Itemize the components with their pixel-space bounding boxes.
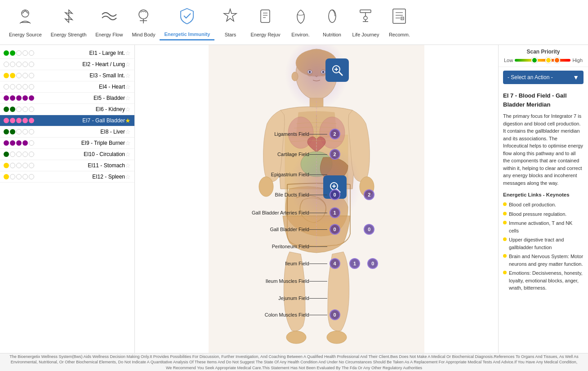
energy-source-icon: [15, 6, 35, 30]
sidebar-item-ei10[interactable]: EI10 - Circulation ☆: [0, 149, 134, 160]
nav-energy-rejuv[interactable]: Energy Rejuv: [246, 4, 285, 40]
dot: [22, 118, 28, 123]
keynote-text: Immune activation, T and NK cells: [509, 219, 584, 234]
field-label-bile-ducts: Bile Ducts Field: [275, 192, 309, 197]
nav-mind-body[interactable]: Mind Body: [127, 4, 160, 40]
dot: [4, 129, 9, 134]
keynote-bullet: [503, 254, 507, 258]
sidebar-label-ei12: EI12 - Spleen: [92, 174, 125, 180]
dot: [29, 163, 34, 168]
priority-slider: Low High: [504, 58, 583, 63]
keynote-bullet: [503, 237, 507, 241]
keynote-item: Blood pressure regulation.: [503, 210, 584, 218]
sidebar-item-ei9[interactable]: EI9 - Triple Burner ☆: [0, 138, 134, 149]
priority-high-label: High: [572, 58, 583, 63]
field-bubble-gb-arteries: 1: [330, 207, 340, 218]
action-select-label: - Select an Action -: [508, 74, 553, 80]
magnify-btn-top[interactable]: [325, 58, 349, 82]
main-container: EI1 - Large Int. ☆ EI2 - Heart / Lung ☆: [0, 45, 588, 353]
nav-nutrition[interactable]: Nutrition: [316, 4, 348, 40]
dot: [10, 163, 15, 168]
dots-area-ei9: [4, 140, 80, 146]
field-line-peritoneum: [309, 246, 327, 247]
sidebar-item-ei7[interactable]: EI7 - Gall Bladder ★: [0, 115, 134, 126]
keynote-text: Blood pressure regulation.: [509, 210, 566, 218]
dot: [10, 107, 15, 112]
left-sidebar: EI1 - Large Int. ☆ EI2 - Heart / Lung ☆: [0, 45, 135, 353]
top-navigation: Energy Source Energy Strength Energy Flo…: [0, 0, 588, 45]
field-line-ligaments: [309, 134, 327, 134]
star-icon-ei3: ☆: [125, 72, 131, 79]
footer: The Bioenergetix Wellness System(Bws) Ai…: [0, 353, 588, 371]
nav-energy-source-label: Energy Source: [9, 32, 42, 38]
nav-energy-strength[interactable]: Energy Strength: [46, 4, 91, 40]
field-label-gallbladder: Gall Bladder Field: [270, 227, 309, 232]
keynote-text: Upper digestive tract and gallbladder fu…: [509, 236, 584, 251]
dot: [22, 129, 28, 134]
nav-life-journey[interactable]: Life Journey: [348, 4, 384, 40]
dot: [10, 62, 15, 67]
nav-recomm[interactable]: Recomm.: [383, 4, 415, 40]
dot: [16, 174, 22, 179]
action-select-dropdown[interactable]: - Select an Action - ▼: [503, 71, 584, 84]
star-icon-ei5: ☆: [125, 94, 131, 102]
nav-environ-label: Environ.: [291, 32, 309, 38]
sidebar-item-ei5[interactable]: EI5 - Bladder ☆: [0, 93, 134, 104]
dot: [10, 50, 15, 56]
svg-rect-18: [393, 9, 405, 23]
center-area: .field-row { position: absolute; display…: [135, 45, 498, 353]
environ-icon: [291, 6, 311, 30]
dot: [29, 95, 34, 101]
sidebar-item-ei11[interactable]: EI11 - Stomach ☆: [0, 160, 134, 171]
field-line-ileum: [309, 264, 327, 264]
dot: [10, 140, 15, 146]
dot: [22, 95, 28, 101]
keynote-text: Blood cell production.: [509, 201, 556, 209]
dots-area-ei7: [4, 118, 80, 123]
sidebar-label-ei4: EI4 - Heart: [99, 84, 125, 90]
field-label-cartilage: Cartilage Field: [277, 152, 309, 157]
dot: [29, 152, 34, 157]
nav-energy-strength-label: Energy Strength: [51, 32, 87, 38]
svg-point-44: [327, 331, 347, 344]
nav-stars[interactable]: Stars: [214, 4, 246, 40]
sidebar-label-ei7: EI7 - Gall Bladder: [82, 117, 125, 124]
star-icon-ei12: ☆: [125, 173, 131, 180]
field-label-gb-arteries: Gall Bladder Arteries Field: [252, 210, 309, 215]
dot: [16, 84, 22, 89]
recomm-icon: [389, 6, 409, 30]
dot: [16, 129, 22, 134]
sidebar-item-ei4[interactable]: EI4 - Heart ☆: [0, 81, 134, 93]
info-panel: EI 7 - Blood Field - Gall Bladder Meridi…: [499, 88, 588, 353]
dot: [22, 152, 28, 157]
svg-line-48: [339, 72, 343, 76]
sidebar-item-ei1[interactable]: EI1 - Large Int. ☆: [0, 48, 134, 59]
nav-energy-source[interactable]: Energy Source: [4, 4, 46, 40]
keynote-item: Immune activation, T and NK cells: [503, 219, 584, 234]
dot: [29, 118, 34, 123]
svg-point-41: [259, 177, 273, 197]
dot: [4, 107, 9, 112]
keynotes-title: Energetic Links - Keynotes: [503, 191, 584, 199]
dot: [29, 84, 34, 89]
dot: [4, 174, 9, 179]
sidebar-item-ei8[interactable]: EI8 - Liver ☆: [0, 126, 134, 138]
keynote-bullet: [503, 202, 507, 206]
nav-environ[interactable]: Environ.: [285, 4, 316, 40]
energy-rejuv-icon: [255, 6, 275, 30]
keynote-bullet: [503, 212, 507, 215]
stars-icon: [220, 6, 240, 30]
info-body: The primary focus for Integrator 7 is di…: [503, 112, 584, 187]
field-line-cartilage: [309, 154, 327, 155]
sidebar-item-ei3[interactable]: EI3 - Small Int. ☆: [0, 70, 134, 81]
nav-energetic-immunity[interactable]: Energetic Immunity: [160, 4, 214, 40]
dot: [10, 84, 15, 89]
dot: [22, 62, 28, 67]
sidebar-item-ei2[interactable]: EI2 - Heart / Lung ☆: [0, 59, 134, 70]
sidebar-item-ei12[interactable]: EI12 - Spleen ☆: [0, 171, 134, 183]
nav-energy-flow[interactable]: Energy Flow: [91, 4, 127, 40]
field-line-jejunum: [309, 298, 327, 299]
sidebar-item-ei6[interactable]: EI6 - Kidney ☆: [0, 104, 134, 115]
dot: [22, 174, 28, 179]
keynote-item: Upper digestive tract and gallbladder fu…: [503, 236, 584, 251]
